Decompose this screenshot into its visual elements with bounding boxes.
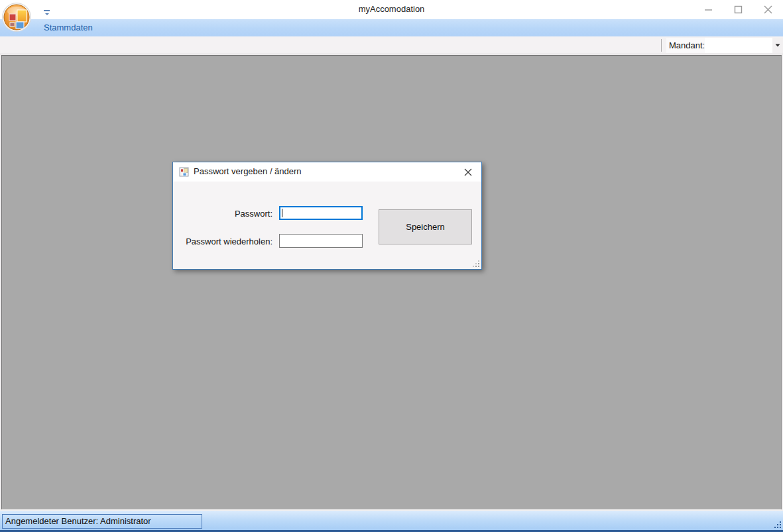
maximize-icon bbox=[734, 5, 743, 14]
dialog-title: Passwort vergeben / ändern bbox=[194, 162, 302, 182]
dialog-form-icon bbox=[179, 167, 189, 177]
logged-in-user-status: Angemeldeter Benutzer: Administrator bbox=[2, 514, 202, 529]
save-button[interactable]: Speichern bbox=[379, 209, 472, 244]
dialog-titlebar[interactable]: Passwort vergeben / ändern bbox=[173, 162, 481, 182]
chevron-down-icon bbox=[42, 9, 52, 17]
mandant-label: Mandant: bbox=[666, 38, 707, 53]
app-orb-icon bbox=[1, 2, 32, 32]
application-window: myAccomodation bbox=[0, 0, 783, 532]
text-caret bbox=[282, 209, 282, 217]
app-menu-orb-button[interactable] bbox=[1, 2, 32, 32]
quick-access-dropdown-button[interactable] bbox=[42, 7, 52, 15]
password-dialog: Passwort vergeben / ändern Passwort: Pas… bbox=[172, 162, 482, 270]
dialog-close-icon bbox=[464, 168, 472, 176]
window-title: myAccomodation bbox=[0, 0, 783, 19]
minimize-button[interactable] bbox=[693, 0, 723, 19]
close-button[interactable] bbox=[753, 0, 783, 19]
maximize-button[interactable] bbox=[723, 0, 753, 19]
tab-stammdaten[interactable]: Stammdaten bbox=[38, 19, 98, 36]
toolbar-strip: Mandant: bbox=[0, 36, 783, 54]
window-resize-grip-icon[interactable] bbox=[774, 521, 782, 529]
window-titlebar: myAccomodation bbox=[0, 0, 783, 19]
mandant-combobox-arrow[interactable] bbox=[772, 38, 783, 53]
window-controls bbox=[693, 0, 783, 19]
dialog-resize-grip-icon[interactable] bbox=[473, 260, 480, 268]
mandant-combobox[interactable] bbox=[705, 38, 783, 53]
ribbon-tab-band: Stammdaten bbox=[0, 19, 783, 36]
password-label: Passwort: bbox=[180, 209, 272, 219]
minimize-icon bbox=[704, 5, 713, 14]
toolbar-separator bbox=[661, 39, 662, 52]
dropdown-triangle-icon bbox=[775, 44, 780, 47]
close-icon bbox=[764, 5, 772, 14]
password-input[interactable] bbox=[279, 206, 363, 220]
dialog-close-button[interactable] bbox=[457, 162, 479, 182]
status-bar: Angemeldeter Benutzer: Administrator bbox=[0, 511, 783, 532]
workspace-frame bbox=[0, 54, 783, 511]
password-repeat-input[interactable] bbox=[279, 234, 363, 248]
workspace-canvas bbox=[1, 55, 782, 509]
password-repeat-label: Passwort wiederholen: bbox=[180, 237, 272, 246]
